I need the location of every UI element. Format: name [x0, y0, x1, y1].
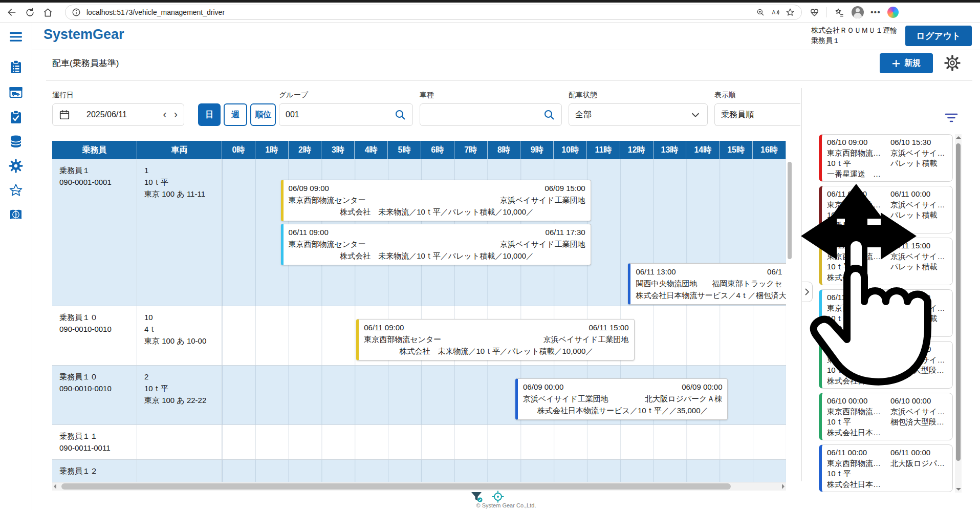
group-search-icon[interactable]: [394, 109, 406, 121]
scroll-left-icon[interactable]: [54, 484, 56, 489]
cards-scrollbar[interactable]: [955, 134, 962, 493]
card-from: 東京西部物流…: [827, 355, 887, 366]
clipboard-list-icon[interactable]: [8, 59, 24, 75]
home-icon[interactable]: [42, 7, 53, 18]
scroll-up-icon[interactable]: [956, 136, 961, 139]
view-day-button[interactable]: 日: [198, 103, 221, 126]
schedule-block[interactable]: 06/11 13:0006/1関西中央物流団地福岡東部トラックセ株式会社日本物流…: [628, 263, 786, 305]
gear-icon[interactable]: [8, 158, 24, 174]
vehicle-line: 東京 100 あ 22-22: [144, 394, 214, 406]
favorite-star-icon[interactable]: [786, 8, 795, 17]
timeline-cell: [222, 460, 786, 482]
horizontal-scrollbar[interactable]: [52, 482, 786, 491]
logout-button[interactable]: ログアウト: [905, 26, 972, 46]
card-load-type: パレット積載: [890, 210, 947, 221]
browser-menu-icon[interactable]: •••: [870, 8, 881, 17]
card-load-type: 梱包済大型段…: [890, 417, 947, 428]
horizontal-scrollbar-thumb[interactable]: [61, 483, 731, 490]
card-to: 京浜ベイサイ…: [890, 407, 947, 417]
site-info-icon[interactable]: [72, 8, 81, 17]
help-book-icon[interactable]: ?: [8, 207, 24, 223]
card-from: 東京西部物流…: [827, 407, 887, 417]
card-grid: 06/10 00:0006/10 00:00東京西部物流…京浜ベイサイ…10ｔ平…: [827, 396, 947, 438]
browser-toolbar: localhost:5173/vehicle_management_driver…: [0, 3, 980, 23]
address-bar[interactable]: localhost:5173/vehicle_management_driver…: [65, 5, 802, 20]
calendar-icon[interactable]: [59, 109, 70, 120]
new-button[interactable]: 新規: [880, 53, 933, 73]
funnel-icon[interactable]: [470, 490, 483, 503]
group-value[interactable]: 001: [286, 110, 299, 119]
unassigned-card[interactable]: 06/11 00:0006/11 00:00東京西部物流…京浜ベイサイ…10ｔ平…: [819, 186, 953, 233]
status-value[interactable]: 全部: [575, 110, 592, 120]
database-icon[interactable]: [8, 134, 24, 149]
unassigned-card[interactable]: 06/10 00:0006/10 00:00東京西部物流…京浜ベイサイ…10ｔ平…: [819, 341, 953, 389]
read-aloud-icon[interactable]: A: [771, 8, 780, 17]
browser-essentials-icon[interactable]: [809, 7, 820, 18]
schedule-block[interactable]: 06/09 09:0006/09 15:00東京西部物流センター京浜ベイサイド工…: [281, 180, 591, 221]
driver-name: 乗務員１１: [59, 430, 129, 442]
menu-icon[interactable]: [8, 29, 24, 45]
cards-scrollbar-thumb[interactable]: [956, 143, 961, 461]
settings-gear-icon[interactable]: [943, 54, 962, 72]
card-end-time: 06/10 00:00: [890, 396, 947, 407]
date-value[interactable]: 2025/06/11: [86, 110, 127, 119]
refresh-icon[interactable]: [24, 7, 35, 18]
back-icon[interactable]: [6, 7, 17, 18]
unassigned-card[interactable]: 06/11 09:0006/11 17:30東京西部物流…京浜ベイサイ…10ｔ平…: [819, 289, 953, 337]
url-text[interactable]: localhost:5173/vehicle_management_driver: [86, 8, 751, 16]
block-to: 京浜ベイサイド工業団地: [500, 238, 585, 250]
unassigned-card[interactable]: 06/10 00:0006/10 00:00東京西部物流…京浜ベイサイ…10ｔ平…: [819, 393, 953, 440]
card-vehicle-type: 10ｔ平: [827, 262, 887, 272]
chevron-down-icon: [690, 109, 701, 120]
driver-cell: 乗務員１１090-0011-0011: [52, 425, 137, 459]
view-week-button[interactable]: 週: [224, 103, 247, 126]
card-vehicle-type: 10ｔ平: [827, 365, 887, 376]
driver-code: 090-0010-0010: [59, 323, 129, 335]
view-rank-button[interactable]: 順位: [250, 103, 276, 126]
sort-select[interactable]: 乗務員順: [714, 103, 800, 126]
group-input[interactable]: 001: [279, 103, 413, 126]
hour-headers: 0時1時2時3時4時5時6時7時8時9時10時11時12時13時14時15時16…: [222, 141, 786, 159]
clipboard-check-icon[interactable]: [8, 110, 24, 125]
date-next-button[interactable]: ›: [174, 104, 178, 125]
date-prev-button[interactable]: ‹: [163, 104, 166, 125]
schedule-block[interactable]: 06/09 00:0006/09 00:00京浜ベイサイド工業団地北大阪ロジパー…: [515, 378, 728, 420]
copilot-icon[interactable]: [887, 7, 899, 18]
hour-header: 9時: [520, 141, 554, 159]
filter-list-icon[interactable]: [944, 111, 959, 125]
locate-icon[interactable]: [491, 490, 505, 503]
unassigned-card[interactable]: 06/11 00:0006/11 00:00東京西部物流…北大阪ロジパ…10ｔ平…: [819, 444, 953, 492]
table-vertical-scrollbar[interactable]: [788, 162, 792, 259]
block-places: 東京西部物流センター京浜ベイサイド工業団地: [364, 333, 628, 345]
scroll-down-icon[interactable]: [956, 488, 961, 491]
card-company: 株式会社日本…: [827, 376, 947, 387]
driver-name: 乗務員１２: [59, 465, 129, 477]
schedule-block[interactable]: 06/11 09:0006/11 17:30東京西部物流センター京浜ベイサイド工…: [281, 224, 591, 265]
schedule-block[interactable]: 06/11 09:0006/11 15:00東京西部物流センター京浜ベイサイド工…: [356, 319, 634, 360]
block-detail: 株式会社 未来物流／10ｔ平／パレット積載／10,000／: [289, 206, 585, 218]
zoom-page-icon[interactable]: [756, 8, 766, 17]
unassigned-card[interactable]: 06/10 09:0006/10 15:30東京西部物流…京浜ベイサイ…10ｔ平…: [819, 134, 953, 182]
vehicle-line: 2: [144, 371, 214, 383]
date-input[interactable]: 2025/06/11 ‹ ›: [52, 103, 184, 126]
card-start-time: 06/11 00:00: [827, 448, 887, 458]
block-to: 福岡東部トラックセ: [712, 278, 782, 289]
sort-value[interactable]: 乗務員順: [721, 110, 754, 120]
chevron-right-icon: [804, 288, 810, 295]
scroll-right-icon[interactable]: [782, 484, 785, 489]
star-icon[interactable]: [8, 183, 24, 198]
status-select[interactable]: 全部: [569, 103, 708, 126]
block-from: 東京西部物流センター: [364, 333, 441, 345]
new-button-label: 新規: [904, 58, 921, 69]
block-to: 京浜ベイサイド工業団地: [500, 194, 585, 206]
block-start-time: 06/09 00:00: [523, 381, 563, 393]
profile-avatar[interactable]: [852, 6, 864, 18]
vehicle-type-input[interactable]: [420, 103, 562, 126]
expand-panel-button[interactable]: [802, 282, 813, 302]
truck-schedule-icon[interactable]: [8, 84, 24, 100]
unassigned-card[interactable]: 06/11 09:0006/11 15:00東京西部物流…京浜ベイサイ…10ｔ平…: [819, 238, 953, 285]
favorites-bar-icon[interactable]: [834, 7, 845, 18]
vehicle-type-search-icon[interactable]: [543, 109, 555, 121]
app-logo: SystemGear: [43, 27, 124, 42]
date-label: 運行日: [52, 91, 74, 100]
